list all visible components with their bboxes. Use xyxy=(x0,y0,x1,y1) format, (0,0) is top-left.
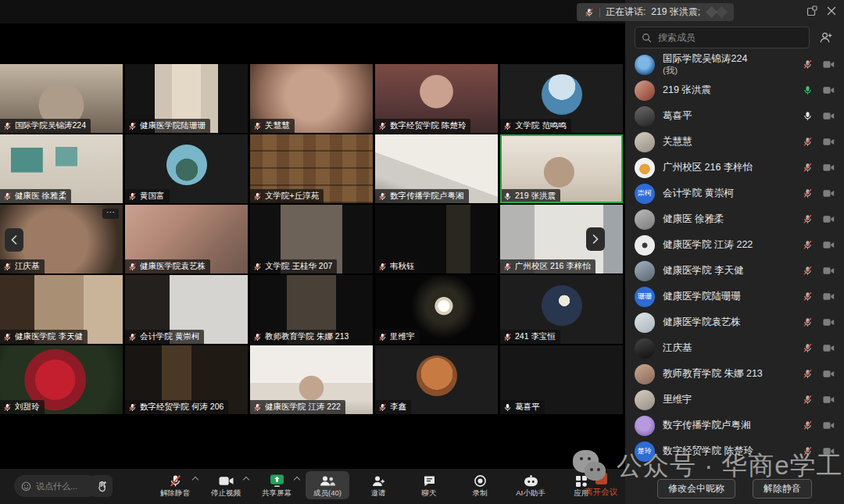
member-mic-icon[interactable] xyxy=(803,188,813,198)
member-row[interactable]: 关慧慧 xyxy=(625,129,844,155)
member-mic-icon[interactable] xyxy=(803,240,813,250)
video-tile[interactable]: 数字经贸学院 陈楚玲 xyxy=(375,64,498,133)
chevron-up-icon[interactable] xyxy=(192,477,198,483)
video-tile[interactable]: 健康医学院陆珊珊 xyxy=(125,64,248,133)
member-search-box[interactable] xyxy=(635,27,810,48)
member-search-input[interactable] xyxy=(656,31,803,44)
member-row[interactable]: 数字传播学院卢粤湘 xyxy=(625,413,844,438)
chevron-up-icon[interactable] xyxy=(243,477,249,483)
member-row[interactable]: 珊珊 健康医学院陆珊珊 xyxy=(625,284,844,309)
member-row[interactable]: 里维宇 xyxy=(625,387,844,413)
avatar: 楚玲 xyxy=(635,441,655,462)
member-camera-icon[interactable] xyxy=(823,189,835,198)
video-tile[interactable]: 健康医 徐雅柔 xyxy=(0,134,123,203)
member-row[interactable]: 教师教育学院 朱娜 213 xyxy=(625,361,844,387)
video-tile[interactable]: 文学院+丘淳苑 xyxy=(250,134,373,203)
member-camera-icon[interactable] xyxy=(823,370,835,378)
member-mic-icon[interactable] xyxy=(803,420,813,431)
video-tile[interactable]: 健康医学院 江涛 222 xyxy=(250,345,373,414)
member-camera-icon[interactable] xyxy=(823,163,835,172)
add-member-button[interactable] xyxy=(816,28,835,47)
video-tile[interactable]: 里维宇 xyxy=(375,275,498,344)
member-mic-icon[interactable] xyxy=(803,317,813,327)
member-row[interactable]: 楚玲 数字经贸学院 陈楚玲 xyxy=(625,438,844,464)
member-mic-icon[interactable] xyxy=(803,369,813,379)
video-tile[interactable]: 关慧慧 xyxy=(250,64,373,133)
close-panel-icon[interactable] xyxy=(827,6,836,16)
member-mic-icon[interactable] xyxy=(803,214,813,224)
member-camera-icon[interactable] xyxy=(823,292,835,301)
stop-video-button[interactable]: 停止视频 xyxy=(204,471,248,499)
member-camera-icon[interactable] xyxy=(823,241,835,249)
member-camera-icon[interactable] xyxy=(823,86,835,95)
member-row[interactable]: 江庆基 xyxy=(625,335,844,361)
video-tile[interactable]: 刘甜玲 xyxy=(0,345,123,414)
video-tile[interactable]: 文学院 王桂华 207 xyxy=(250,205,373,273)
leave-meeting-button[interactable]: 离开会议 xyxy=(579,473,623,498)
member-row[interactable]: 健康医 徐雅柔 xyxy=(625,206,844,232)
member-camera-icon[interactable] xyxy=(823,112,835,120)
member-row[interactable]: 崇柯 会计学院 黄崇柯 xyxy=(625,181,844,206)
member-mic-icon[interactable] xyxy=(803,59,813,70)
grid-next-page-button[interactable] xyxy=(586,227,605,251)
member-camera-icon[interactable] xyxy=(823,266,835,275)
participant-name: 数字传播学院卢粤湘 xyxy=(390,191,464,202)
member-mic-icon[interactable] xyxy=(803,343,813,353)
ai-assistant-button[interactable]: AI小助手 xyxy=(509,471,553,499)
member-mic-icon[interactable] xyxy=(803,446,813,456)
member-camera-icon[interactable] xyxy=(823,60,835,69)
member-mic-icon[interactable] xyxy=(803,291,813,302)
video-tile[interactable]: 韦秋钰 xyxy=(375,205,498,273)
member-camera-icon[interactable] xyxy=(823,447,835,456)
video-tile[interactable]: 数字经贸学院 何涛 206 xyxy=(125,345,248,414)
member-camera-icon[interactable] xyxy=(823,215,835,223)
member-mic-icon[interactable] xyxy=(803,85,813,95)
video-tile[interactable]: 文学院 范鸣鸣 xyxy=(500,64,623,133)
member-mic-icon[interactable] xyxy=(803,163,813,173)
video-tile[interactable]: 教师教育学院 朱娜 213 xyxy=(250,275,373,344)
member-camera-icon[interactable] xyxy=(823,138,835,146)
chat-button[interactable]: 聊天 xyxy=(407,471,451,499)
member-mic-icon[interactable] xyxy=(803,395,813,405)
member-row[interactable]: 广州校区 216 李梓怡 xyxy=(625,155,844,181)
tile-more-menu-button[interactable]: ⋯ xyxy=(102,209,119,219)
unmute-button[interactable]: 解除静音 xyxy=(153,471,197,499)
video-tile[interactable]: 241 李宝恒 xyxy=(500,275,623,344)
grid-prev-page-button[interactable] xyxy=(5,228,23,252)
member-row[interactable]: 国际学院吴锦涛224 (我) xyxy=(625,52,844,77)
record-button[interactable]: 录制 xyxy=(458,471,502,499)
video-tile[interactable]: 健康医学院 李天健 xyxy=(0,275,123,344)
invite-button[interactable]: 邀请 xyxy=(356,471,400,499)
screen-share-icon xyxy=(270,474,284,488)
member-row[interactable]: 健康医学院袁艺株 xyxy=(625,309,844,335)
video-tile[interactable]: 会计学院 黄崇柯 xyxy=(125,275,248,344)
video-tile[interactable]: 国际学院吴锦涛224 xyxy=(0,64,123,133)
video-tile[interactable]: 健康医学院袁艺株 xyxy=(125,205,248,273)
mic-status-icon xyxy=(503,192,512,201)
member-camera-icon[interactable] xyxy=(823,318,835,327)
member-mic-icon[interactable] xyxy=(803,111,813,121)
video-tile[interactable]: 葛喜平 xyxy=(500,345,623,414)
video-tile[interactable]: 数字传播学院卢粤湘 xyxy=(375,134,498,203)
video-tile[interactable]: 黄国富 xyxy=(125,134,248,203)
member-row[interactable]: 219 张洪震 xyxy=(625,77,844,103)
quick-chat-input[interactable]: 说点什么... xyxy=(14,475,98,497)
video-tile[interactable]: 李鑫 xyxy=(375,345,498,414)
members-button[interactable]: 成员(40) xyxy=(306,471,349,499)
participant-name-label: 文学院 范鸣鸣 xyxy=(500,119,571,133)
member-row[interactable]: 葛喜平 xyxy=(625,103,844,129)
member-row[interactable]: 健康医学院 李天健 xyxy=(625,258,844,284)
pop-out-panel-icon[interactable] xyxy=(806,5,817,16)
share-screen-button[interactable]: 共享屏幕 xyxy=(255,471,299,499)
member-camera-icon[interactable] xyxy=(823,421,835,430)
member-row[interactable]: 健康医学院 江涛 222 xyxy=(625,232,844,258)
rename-in-meeting-button[interactable]: 修改会中昵称 xyxy=(657,479,735,499)
member-mic-icon[interactable] xyxy=(803,266,813,276)
raise-hand-button[interactable] xyxy=(91,475,113,497)
member-camera-icon[interactable] xyxy=(823,395,835,404)
panel-unmute-button[interactable]: 解除静音 xyxy=(753,479,812,499)
member-camera-icon[interactable] xyxy=(823,344,835,352)
video-tile[interactable]: 219 张洪震 xyxy=(500,134,623,203)
chevron-up-icon[interactable] xyxy=(294,477,300,483)
member-mic-icon[interactable] xyxy=(803,137,813,147)
